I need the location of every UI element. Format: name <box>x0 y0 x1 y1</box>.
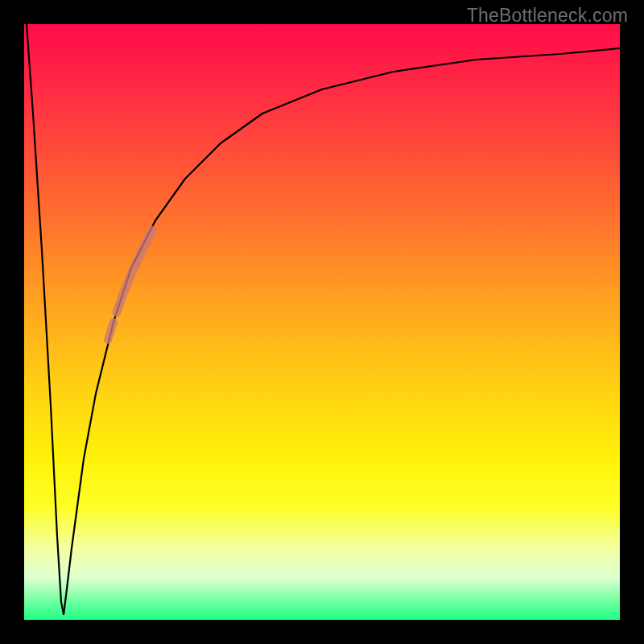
curve-left-drop <box>27 24 64 614</box>
plot-area <box>24 24 620 620</box>
chart-frame: TheBottleneck.com <box>0 0 644 644</box>
watermark-text: TheBottleneck.com <box>467 5 628 27</box>
curve-highlight-main <box>117 230 152 312</box>
curve-layer <box>24 24 620 620</box>
curve-highlight-dot <box>108 322 114 340</box>
curve-right-rise <box>64 48 620 614</box>
